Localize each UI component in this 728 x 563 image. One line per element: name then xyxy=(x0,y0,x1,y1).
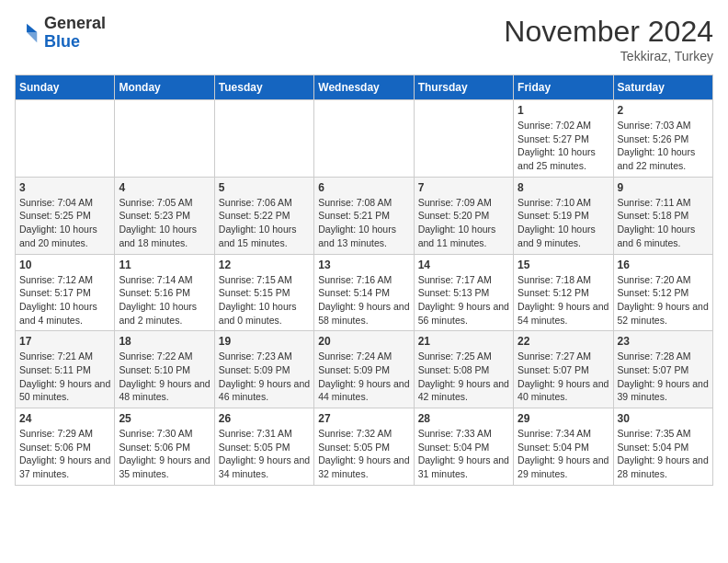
day-info: Sunrise: 7:04 AM Sunset: 5:25 PM Dayligh… xyxy=(19,196,110,250)
day-info: Sunrise: 7:12 AM Sunset: 5:17 PM Dayligh… xyxy=(19,273,110,327)
day-info: Sunrise: 7:29 AM Sunset: 5:06 PM Dayligh… xyxy=(19,427,110,481)
day-number: 10 xyxy=(19,259,110,271)
day-info: Sunrise: 7:22 AM Sunset: 5:10 PM Dayligh… xyxy=(119,350,210,404)
calendar-cell xyxy=(414,100,513,178)
calendar-cell: 29Sunrise: 7:34 AM Sunset: 5:04 PM Dayli… xyxy=(514,408,613,486)
day-info: Sunrise: 7:33 AM Sunset: 5:04 PM Dayligh… xyxy=(418,427,509,481)
day-number: 7 xyxy=(418,181,509,194)
calendar-cell: 24Sunrise: 7:29 AM Sunset: 5:06 PM Dayli… xyxy=(16,408,115,486)
day-info: Sunrise: 7:32 AM Sunset: 5:05 PM Dayligh… xyxy=(318,427,409,481)
day-number: 9 xyxy=(618,181,709,194)
day-number: 22 xyxy=(518,335,609,348)
day-info: Sunrise: 7:14 AM Sunset: 5:16 PM Dayligh… xyxy=(119,273,210,327)
calendar-cell: 19Sunrise: 7:23 AM Sunset: 5:09 PM Dayli… xyxy=(214,331,313,408)
day-number: 15 xyxy=(518,259,609,271)
day-number: 18 xyxy=(119,335,210,348)
day-number: 2 xyxy=(618,104,709,117)
weekday-header-row: SundayMondayTuesdayWednesdayThursdayFrid… xyxy=(16,75,713,100)
day-number: 27 xyxy=(318,412,409,425)
week-row-4: 24Sunrise: 7:29 AM Sunset: 5:06 PM Dayli… xyxy=(16,408,713,486)
calendar-cell: 16Sunrise: 7:20 AM Sunset: 5:12 PM Dayli… xyxy=(613,254,712,331)
day-number: 8 xyxy=(518,181,609,194)
day-info: Sunrise: 7:02 AM Sunset: 5:27 PM Dayligh… xyxy=(518,119,609,173)
calendar-cell: 30Sunrise: 7:35 AM Sunset: 5:04 PM Dayli… xyxy=(613,408,712,486)
location: Tekkiraz, Turkey xyxy=(504,49,713,63)
day-info: Sunrise: 7:05 AM Sunset: 5:23 PM Dayligh… xyxy=(119,196,210,250)
day-number: 24 xyxy=(19,412,110,425)
day-number: 5 xyxy=(219,181,310,194)
day-number: 26 xyxy=(219,412,310,425)
day-info: Sunrise: 7:03 AM Sunset: 5:26 PM Dayligh… xyxy=(618,119,709,173)
day-number: 3 xyxy=(19,181,110,194)
day-info: Sunrise: 7:17 AM Sunset: 5:13 PM Dayligh… xyxy=(418,273,509,327)
svg-marker-1 xyxy=(27,32,37,42)
svg-marker-0 xyxy=(27,24,37,32)
day-number: 17 xyxy=(19,335,110,348)
calendar-cell: 12Sunrise: 7:15 AM Sunset: 5:15 PM Dayli… xyxy=(214,254,313,331)
week-row-1: 3Sunrise: 7:04 AM Sunset: 5:25 PM Daylig… xyxy=(16,177,713,254)
day-number: 16 xyxy=(618,259,709,271)
weekday-header-saturday: Saturday xyxy=(613,75,712,100)
day-info: Sunrise: 7:30 AM Sunset: 5:06 PM Dayligh… xyxy=(119,427,210,481)
day-number: 20 xyxy=(318,335,409,348)
calendar-cell: 15Sunrise: 7:18 AM Sunset: 5:12 PM Dayli… xyxy=(514,254,613,331)
calendar-cell xyxy=(16,100,115,178)
calendar-cell: 18Sunrise: 7:22 AM Sunset: 5:10 PM Dayli… xyxy=(115,331,214,408)
title-block: November 2024 Tekkiraz, Turkey xyxy=(504,15,713,63)
calendar-cell xyxy=(115,100,214,178)
day-info: Sunrise: 7:09 AM Sunset: 5:20 PM Dayligh… xyxy=(418,196,509,250)
day-info: Sunrise: 7:27 AM Sunset: 5:07 PM Dayligh… xyxy=(518,350,609,404)
day-number: 19 xyxy=(219,335,310,348)
day-number: 12 xyxy=(219,259,310,271)
day-info: Sunrise: 7:34 AM Sunset: 5:04 PM Dayligh… xyxy=(518,427,609,481)
calendar-cell: 5Sunrise: 7:06 AM Sunset: 5:22 PM Daylig… xyxy=(214,177,313,254)
weekday-header-monday: Monday xyxy=(115,75,214,100)
weekday-header-thursday: Thursday xyxy=(414,75,513,100)
day-info: Sunrise: 7:24 AM Sunset: 5:09 PM Dayligh… xyxy=(318,350,409,404)
page-header: General Blue November 2024 Tekkiraz, Tur… xyxy=(15,15,713,63)
day-number: 30 xyxy=(618,412,709,425)
day-info: Sunrise: 7:31 AM Sunset: 5:05 PM Dayligh… xyxy=(219,427,310,481)
calendar-cell: 26Sunrise: 7:31 AM Sunset: 5:05 PM Dayli… xyxy=(214,408,313,486)
day-info: Sunrise: 7:25 AM Sunset: 5:08 PM Dayligh… xyxy=(418,350,509,404)
calendar-cell xyxy=(214,100,313,178)
calendar-cell: 7Sunrise: 7:09 AM Sunset: 5:20 PM Daylig… xyxy=(414,177,513,254)
calendar-cell: 21Sunrise: 7:25 AM Sunset: 5:08 PM Dayli… xyxy=(414,331,513,408)
day-number: 29 xyxy=(518,412,609,425)
logo-blue: Blue xyxy=(44,33,106,52)
logo: General Blue xyxy=(15,15,106,52)
calendar-cell: 20Sunrise: 7:24 AM Sunset: 5:09 PM Dayli… xyxy=(314,331,414,408)
day-info: Sunrise: 7:28 AM Sunset: 5:07 PM Dayligh… xyxy=(618,350,709,404)
logo-icon xyxy=(15,20,40,46)
calendar-cell: 11Sunrise: 7:14 AM Sunset: 5:16 PM Dayli… xyxy=(115,254,214,331)
weekday-header-sunday: Sunday xyxy=(16,75,115,100)
calendar-cell: 1Sunrise: 7:02 AM Sunset: 5:27 PM Daylig… xyxy=(514,100,613,178)
day-number: 14 xyxy=(418,259,509,271)
calendar-cell: 22Sunrise: 7:27 AM Sunset: 5:07 PM Dayli… xyxy=(514,331,613,408)
calendar-cell: 4Sunrise: 7:05 AM Sunset: 5:23 PM Daylig… xyxy=(115,177,214,254)
day-info: Sunrise: 7:15 AM Sunset: 5:15 PM Dayligh… xyxy=(219,273,310,327)
calendar-cell: 17Sunrise: 7:21 AM Sunset: 5:11 PM Dayli… xyxy=(16,331,115,408)
weekday-header-friday: Friday xyxy=(514,75,613,100)
day-info: Sunrise: 7:23 AM Sunset: 5:09 PM Dayligh… xyxy=(219,350,310,404)
day-number: 28 xyxy=(418,412,509,425)
day-info: Sunrise: 7:35 AM Sunset: 5:04 PM Dayligh… xyxy=(618,427,709,481)
logo-general: General xyxy=(44,15,106,33)
day-number: 13 xyxy=(318,259,409,271)
calendar-cell: 3Sunrise: 7:04 AM Sunset: 5:25 PM Daylig… xyxy=(16,177,115,254)
calendar-cell xyxy=(314,100,414,178)
day-number: 11 xyxy=(119,259,210,271)
calendar-cell: 14Sunrise: 7:17 AM Sunset: 5:13 PM Dayli… xyxy=(414,254,513,331)
calendar-cell: 6Sunrise: 7:08 AM Sunset: 5:21 PM Daylig… xyxy=(314,177,414,254)
weekday-header-wednesday: Wednesday xyxy=(314,75,414,100)
calendar-cell: 25Sunrise: 7:30 AM Sunset: 5:06 PM Dayli… xyxy=(115,408,214,486)
day-number: 4 xyxy=(119,181,210,194)
calendar-cell: 23Sunrise: 7:28 AM Sunset: 5:07 PM Dayli… xyxy=(613,331,712,408)
week-row-2: 10Sunrise: 7:12 AM Sunset: 5:17 PM Dayli… xyxy=(16,254,713,331)
weekday-header-tuesday: Tuesday xyxy=(214,75,313,100)
day-info: Sunrise: 7:21 AM Sunset: 5:11 PM Dayligh… xyxy=(19,350,110,404)
calendar-cell: 9Sunrise: 7:11 AM Sunset: 5:18 PM Daylig… xyxy=(613,177,712,254)
calendar-cell: 27Sunrise: 7:32 AM Sunset: 5:05 PM Dayli… xyxy=(314,408,414,486)
day-info: Sunrise: 7:08 AM Sunset: 5:21 PM Dayligh… xyxy=(318,196,409,250)
calendar-cell: 2Sunrise: 7:03 AM Sunset: 5:26 PM Daylig… xyxy=(613,100,712,178)
